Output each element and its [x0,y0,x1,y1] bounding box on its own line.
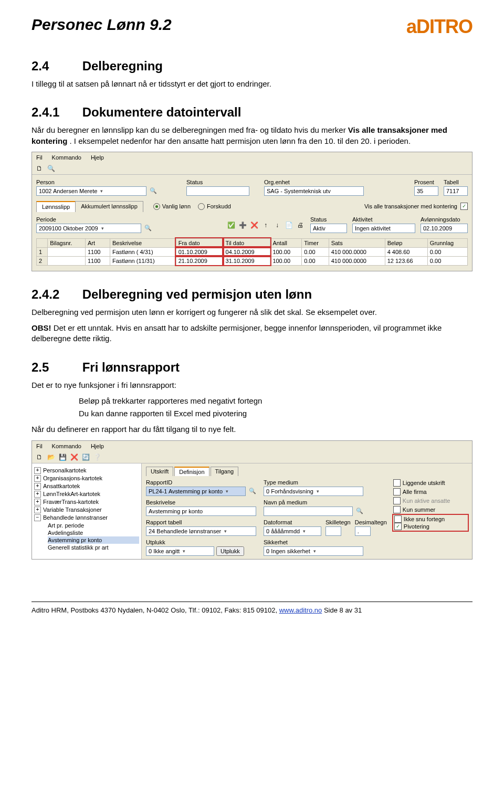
tab-lonnsslipp[interactable]: Lønnsslipp [36,201,76,212]
beskrivelse-field[interactable]: Avstemming pr konto [146,507,256,516]
prosent-field[interactable]: 35 [414,186,438,196]
col-fra-dato: Fra dato [176,238,223,247]
cell: 410 000.0000 [329,247,385,256]
tree-item[interactable]: +Organisasjons-kartotek [34,474,139,482]
tree-subitem[interactable]: Art pr. periode [48,522,139,529]
delete-icon[interactable]: ❌ [249,220,259,230]
down-icon[interactable]: ↓ [272,220,282,230]
typemedium-combo[interactable]: 0 Forhåndsvisning ▾ [264,487,363,496]
tab-definisjon[interactable]: Definisjon [174,467,209,476]
checkbox-vis-kontering[interactable] [460,203,468,210]
cell: 21.10.2009 [176,256,223,265]
menu-hjelp[interactable]: Hjelp [91,443,104,449]
checkbox-icon [394,515,402,523]
opt-pivotering[interactable]: Pivotering [394,523,467,530]
up-icon[interactable]: ↑ [261,220,270,230]
lookup-icon[interactable]: 🔍 [355,507,364,516]
tree-subitem[interactable]: Generell statistikk pr art [48,544,139,551]
cell: 12 123.66 [385,256,427,265]
opt-kun-summer[interactable]: Kun summer [393,506,468,513]
avlonn-field[interactable]: 02.10.2009 [421,224,468,233]
col-til-dato: Til dato [223,238,270,247]
menu-kommando[interactable]: Kommando [52,154,81,161]
table-row[interactable]: 1 1100 Fastlønn ( 4/31) 01.10.2009 04.10… [37,247,468,256]
section-num: 2.4.1 [32,105,79,120]
search-icon[interactable]: 🔍 [47,164,55,173]
person-combo[interactable]: 1002 Andersen Merete ▾ [36,186,146,196]
tree-item[interactable]: +LønnTrekkArt-kartotek [34,490,139,498]
save-icon[interactable]: 💾 [58,453,67,461]
label-typemedium: Type medium [264,479,387,487]
radio-on-icon [153,203,160,210]
tree-item[interactable]: +Ansattkartotek [34,482,139,490]
sikkerhet-combo[interactable]: 0 Ingen sikkerhet ▾ [264,546,363,556]
utplukk-combo[interactable]: 0 Ikke angitt ▾ [146,546,214,556]
copy-icon[interactable]: 📄 [284,220,293,230]
lookup-icon[interactable]: 🔍 [248,487,257,496]
desimaltegn-field[interactable]: . [355,526,371,536]
body-text: Når du definerer en rapport har du fått … [32,424,472,435]
orgenhet-value: SAG - Systemteknisk utv [267,188,331,194]
body-text: OBS! Det er ett unntak. Hvis en ansatt h… [32,323,472,344]
tree-label: Ansattkartotek [43,483,80,489]
delete-icon[interactable]: ❌ [70,453,78,461]
cell: 1 [37,247,48,256]
label-beskrivelse: Beskrivelse [146,499,257,507]
tree-item[interactable]: +Personalkartotek [34,467,139,474]
cell: 0.00 [427,256,467,265]
menu-fil[interactable]: Fil [36,154,43,161]
opt-liggende[interactable]: Liggende utskrift [393,479,468,487]
rapportid-combo[interactable]: PL24-1 Avstemming pr konto ▾ [146,487,246,496]
aktivitet-value: Ingen aktivitet [355,225,391,231]
rapport-tabell-combo[interactable]: 24 Behandlede lønnstranser ▾ [146,526,256,536]
menu-hjelp[interactable]: Hjelp [91,154,104,161]
cell [48,247,86,256]
tree-subitem-selected[interactable]: Avstemming pr konto [48,536,139,544]
tree-subitem[interactable]: Avdelingsliste [48,529,139,536]
tree-item[interactable]: +FraværTrans-kartotek [34,498,139,506]
navn-field[interactable] [264,507,353,516]
checkbox-icon [393,506,401,513]
tree-item[interactable]: −Behandlede lønnstranser [34,514,139,522]
print-icon[interactable]: 🖨 [296,220,305,230]
menu-kommando[interactable]: Kommando [52,443,81,449]
menu-fil[interactable]: Fil [36,443,43,449]
payroll-grid: Bilagsnr. Art Beskrivelse Fra dato Til d… [36,238,468,266]
opt-ikke-snu-fortegn[interactable]: Ikke snu fortegn [394,515,467,523]
table-row[interactable]: 2 1100 Fastlønn (11/31) 21.10.2009 31.10… [37,256,468,265]
status-combo[interactable] [186,186,249,196]
radio-forskudd[interactable]: Forskudd [198,203,231,210]
tree-item[interactable]: +Variable Transaksjoner [34,506,139,514]
lookup-icon[interactable]: 🔍 [149,186,158,196]
refresh-icon[interactable]: 🔄 [81,453,90,461]
orgenhet-combo[interactable]: SAG - Systemteknisk utv [264,186,364,196]
body-text: I tillegg til at satsen på lønnart nå er… [32,79,472,89]
tab-utskrift[interactable]: Utskrift [146,467,173,476]
aktivitet-field[interactable]: Ingen aktivitet [352,224,415,233]
radio-vanlig-lonn[interactable]: Vanlig lønn [153,203,191,210]
utplukk-button[interactable]: Utplukk [216,546,244,556]
new-icon[interactable]: 🗋 [35,453,44,461]
skilletegn-field[interactable] [326,526,341,536]
opt-kun-aktive: Kun aktive ansatte [393,497,468,504]
footer-link[interactable]: www.aditro.no [279,606,322,614]
text: Når du beregner en lønnslipp kan du se d… [32,125,348,134]
datoformat-combo[interactable]: 0 ååååmmdd ▾ [264,526,321,536]
section-2-4-1: 2.4.1 Dokumentere datointervall [32,105,472,120]
tree-label: Behandlede lønnstranser [43,514,108,521]
new-icon[interactable]: 🗋 [35,164,44,173]
status2-field[interactable]: Aktiv [310,224,347,233]
lookup-icon[interactable]: 🔍 [143,224,153,233]
ok-icon[interactable]: ✅ [226,220,236,230]
tab-tilgang[interactable]: Tilgang [211,467,239,476]
help-icon[interactable]: ❔ [93,453,101,461]
tabell-field[interactable]: 7117 [444,186,468,196]
opt-alle-firma[interactable]: Alle firma [393,488,468,495]
add-icon[interactable]: ➕ [238,220,247,230]
tab-akkumulert[interactable]: Akkumulert lønnsslipp [75,201,143,212]
bullet-text: Du kan danne rapporten til Excel med piv… [79,408,472,419]
open-icon[interactable]: 📂 [47,453,55,461]
label-vis-kontering: Vis alle transaksjoner med kontering [364,203,457,209]
periode-combo[interactable]: 2009100 Oktober 2009 ▾ [36,224,141,233]
tree-label: Generell statistikk pr art [48,544,109,551]
